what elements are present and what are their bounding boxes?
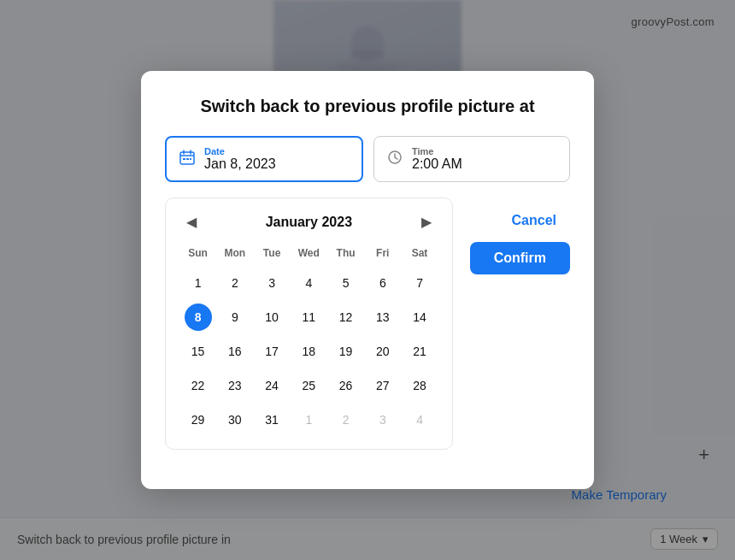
calendar-day-cell[interactable]: 30 [216, 403, 253, 437]
calendar-day: 4 [406, 406, 433, 433]
calendar-day: 22 [185, 372, 212, 399]
calendar-day-cell[interactable]: 1 [291, 403, 327, 437]
calendar-day: 21 [406, 338, 433, 365]
calendar-day-cell[interactable]: 5 [327, 266, 364, 300]
actions-section: Cancel Confirm [470, 197, 570, 274]
calendar-day-cell[interactable]: 24 [253, 368, 290, 403]
modal-backdrop: Switch back to previous profile picture … [0, 0, 735, 560]
calendar-day: 15 [185, 338, 212, 365]
calendar-day: 4 [295, 269, 322, 297]
calendar-week-row: 15161718192021 [179, 334, 438, 368]
calendar-day: 10 [258, 304, 285, 331]
calendar-icon [179, 149, 196, 170]
calendar-day: 8 [185, 304, 212, 331]
calendar-day: 25 [295, 372, 322, 399]
calendar-day-cell[interactable]: 4 [401, 403, 438, 437]
calendar-day: 5 [332, 269, 360, 297]
calendar-day: 13 [369, 304, 397, 331]
calendar-day: 2 [221, 269, 249, 297]
calendar-day-cell[interactable]: 28 [401, 368, 438, 403]
calendar-day-header: Wed [291, 244, 327, 266]
modal-dialog: Switch back to previous profile picture … [141, 71, 594, 489]
calendar-day: 1 [185, 269, 212, 297]
calendar-day-cell[interactable]: 19 [327, 334, 364, 368]
calendar-day: 17 [258, 338, 285, 365]
calendar-day-cell[interactable]: 3 [364, 403, 401, 437]
calendar-day-cell[interactable]: 2 [216, 266, 253, 300]
calendar-day-cell[interactable]: 22 [179, 368, 216, 403]
calendar-week-row: 891011121314 [179, 300, 438, 334]
calendar-grid: SunMonTueWedThuFriSat 123456789101112131… [179, 244, 438, 437]
prev-month-button[interactable]: ◀ [179, 210, 203, 233]
time-field[interactable]: Time 2:00 AM [373, 136, 570, 182]
calendar-day: 28 [406, 372, 433, 399]
calendar-day-cell[interactable]: 12 [327, 300, 364, 334]
calendar-day: 31 [258, 406, 285, 433]
calendar-day: 9 [221, 304, 249, 331]
calendar-day: 24 [258, 372, 285, 399]
date-value: Jan 8, 2023 [204, 156, 276, 171]
calendar-day-cell[interactable]: 4 [291, 266, 327, 300]
calendar-day-cell[interactable]: 9 [216, 300, 253, 334]
calendar-day-header: Sat [401, 244, 438, 266]
next-month-button[interactable]: ▶ [415, 210, 438, 233]
calendar-day: 12 [332, 304, 360, 331]
modal-title: Switch back to previous profile picture … [165, 95, 570, 117]
calendar-week-row: 1234567 [179, 266, 438, 300]
calendar-day-cell[interactable]: 17 [253, 334, 290, 368]
calendar-day: 27 [369, 372, 397, 399]
calendar-day-cell[interactable]: 7 [401, 266, 438, 300]
calendar-day-cell[interactable]: 31 [253, 403, 290, 437]
calendar-day-cell[interactable]: 1 [179, 266, 216, 300]
calendar-day: 26 [332, 372, 360, 399]
calendar-day-cell[interactable]: 26 [327, 368, 364, 403]
calendar-day: 30 [221, 406, 249, 433]
calendar-day-cell[interactable]: 11 [291, 300, 327, 334]
calendar-day-header: Mon [216, 244, 253, 266]
calendar-month-year: January 2023 [266, 215, 352, 230]
confirm-button[interactable]: Confirm [470, 242, 570, 274]
calendar-day-header: Tue [253, 244, 290, 266]
cancel-button[interactable]: Cancel [498, 206, 570, 235]
calendar-day-cell[interactable]: 8 [179, 300, 216, 334]
calendar-day-cell[interactable]: 6 [364, 266, 401, 300]
calendar: ◀ January 2023 ▶ SunMonTueWedThuFriSat 1… [165, 197, 453, 450]
calendar-day-cell[interactable]: 23 [216, 368, 253, 403]
calendar-day-cell[interactable]: 21 [401, 334, 438, 368]
calendar-day-cell[interactable]: 29 [179, 403, 216, 437]
calendar-day-cell[interactable]: 25 [291, 368, 327, 403]
calendar-day-cell[interactable]: 13 [364, 300, 401, 334]
calendar-header: ◀ January 2023 ▶ [179, 210, 438, 233]
calendar-day-cell[interactable]: 20 [364, 334, 401, 368]
calendar-day-header: Sun [179, 244, 216, 266]
calendar-day: 20 [369, 338, 397, 365]
calendar-day-header: Fri [364, 244, 401, 266]
calendar-day: 3 [369, 406, 397, 433]
calendar-day: 19 [332, 338, 360, 365]
calendar-day-cell[interactable]: 16 [216, 334, 253, 368]
calendar-day: 11 [295, 304, 322, 331]
date-time-row: Date Jan 8, 2023 Time 2:00 AM [165, 136, 570, 182]
time-field-content: Time 2:00 AM [412, 146, 462, 172]
calendar-day: 3 [258, 269, 285, 297]
svg-rect-9 [183, 158, 185, 160]
calendar-day: 18 [295, 338, 322, 365]
calendar-day-cell[interactable]: 3 [253, 266, 290, 300]
calendar-day: 16 [221, 338, 249, 365]
date-field[interactable]: Date Jan 8, 2023 [165, 136, 363, 182]
calendar-day-cell[interactable]: 2 [327, 403, 364, 437]
calendar-day-cell[interactable]: 14 [401, 300, 438, 334]
calendar-day-cell[interactable]: 10 [253, 300, 290, 334]
calendar-day: 23 [221, 372, 249, 399]
calendar-day-cell[interactable]: 27 [364, 368, 401, 403]
calendar-section: ◀ January 2023 ▶ SunMonTueWedThuFriSat 1… [165, 197, 453, 465]
calendar-day: 1 [295, 406, 322, 433]
calendar-day-cell[interactable]: 15 [179, 334, 216, 368]
time-label: Time [412, 146, 462, 156]
calendar-day: 29 [185, 406, 212, 433]
calendar-day: 14 [406, 304, 433, 331]
calendar-week-row: 22232425262728 [179, 368, 438, 403]
calendar-actions-row: ◀ January 2023 ▶ SunMonTueWedThuFriSat 1… [165, 197, 570, 465]
calendar-day-cell[interactable]: 18 [291, 334, 327, 368]
calendar-week-row: 2930311234 [179, 403, 438, 437]
